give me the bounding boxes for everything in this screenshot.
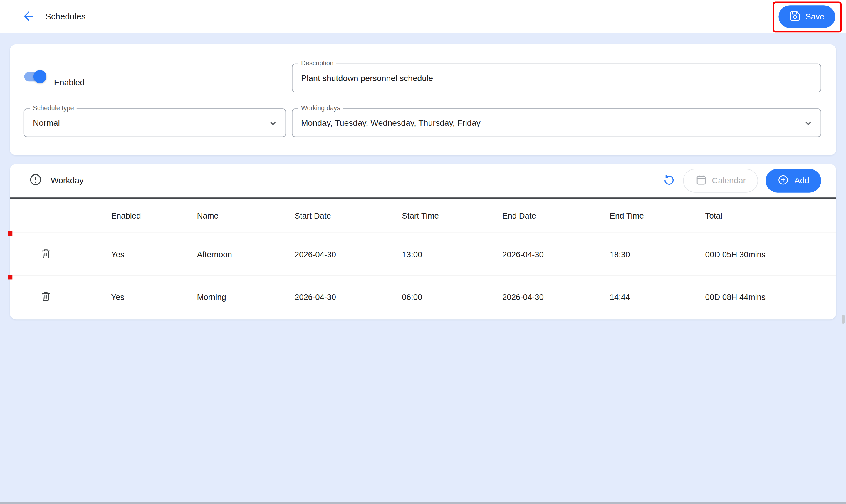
- page-bottom-edge: [0, 502, 846, 504]
- cell-name: Afternoon: [197, 249, 294, 258]
- annotation-row-marker: [8, 231, 13, 236]
- col-header-enabled: Enabled: [111, 211, 197, 220]
- table-row: Yes Morning 2026-04-30 06:00 2026-04-30 …: [10, 276, 836, 318]
- schedule-type-value: Normal: [33, 118, 60, 127]
- cell-enabled: Yes: [111, 249, 197, 258]
- workday-title-group: Workday: [29, 173, 662, 188]
- delete-row-button[interactable]: [40, 247, 53, 261]
- col-header-end-date: End Date: [502, 211, 610, 220]
- app-root: Schedules Save: [0, 0, 846, 504]
- col-header-start-time: Start Time: [402, 211, 502, 220]
- workday-toolbar: Workday: [10, 164, 836, 197]
- cell-start-time: 13:00: [402, 249, 502, 258]
- schedule-form-card: Enabled Description Schedule type Normal…: [10, 44, 836, 155]
- description-field-label: Description: [299, 59, 336, 67]
- calendar-icon: [695, 174, 707, 187]
- scrollbar-thumb[interactable]: [842, 315, 845, 324]
- main-content: Enabled Description Schedule type Normal…: [0, 34, 846, 319]
- delete-row-button[interactable]: [40, 290, 53, 304]
- save-area: Save: [778, 5, 835, 28]
- plus-circle-icon: [777, 174, 789, 187]
- working-days-value: Monday, Tuesday, Wednesday, Thursday, Fr…: [301, 118, 481, 127]
- page-title: Schedules: [45, 12, 86, 21]
- col-header-start-date: Start Date: [295, 211, 402, 220]
- cell-total: 00D 05H 30mins: [705, 249, 836, 258]
- top-bar-left: Schedules: [21, 9, 86, 24]
- description-input[interactable]: [301, 73, 797, 83]
- cell-name: Morning: [197, 292, 294, 302]
- calendar-button-label: Calendar: [712, 176, 746, 186]
- cell-end-date: 2026-04-30: [502, 292, 610, 302]
- save-button-label: Save: [806, 12, 825, 21]
- workday-table: Enabled Name Start Date Start Time End D…: [10, 199, 836, 318]
- cell-start-time: 06:00: [402, 292, 502, 302]
- trash-icon: [40, 290, 52, 304]
- workday-card: Workday: [10, 164, 836, 319]
- refresh-icon: [662, 174, 675, 188]
- calendar-button[interactable]: Calendar: [683, 169, 758, 193]
- enabled-toggle[interactable]: [24, 70, 47, 83]
- cell-end-time: 14:44: [610, 292, 705, 302]
- trash-icon: [40, 247, 52, 261]
- workday-actions: Calendar Add: [662, 169, 821, 193]
- schedule-type-label: Schedule type: [30, 104, 77, 112]
- table-row: Yes Afternoon 2026-04-30 13:00 2026-04-3…: [10, 233, 836, 275]
- workday-title: Workday: [51, 176, 84, 186]
- col-header-name: Name: [197, 211, 294, 220]
- description-field: Description: [292, 64, 821, 92]
- annotation-row-marker: [8, 275, 13, 280]
- cell-start-date: 2026-04-30: [295, 292, 402, 302]
- enabled-toggle-cell: Enabled: [24, 64, 286, 92]
- table-header-row: Enabled Name Start Date Start Time End D…: [10, 199, 836, 233]
- chevron-down-icon: [267, 117, 279, 129]
- cell-end-date: 2026-04-30: [502, 249, 610, 258]
- save-icon: [789, 10, 801, 23]
- col-header-end-time: End Time: [610, 211, 705, 220]
- working-days-label: Working days: [299, 104, 343, 112]
- toggle-thumb: [34, 70, 47, 83]
- exclamation-circle-icon: [29, 173, 42, 188]
- save-button[interactable]: Save: [778, 5, 835, 28]
- cell-enabled: Yes: [111, 292, 197, 302]
- add-button[interactable]: Add: [766, 169, 821, 193]
- enabled-label: Enabled: [54, 70, 85, 88]
- add-button-label: Add: [794, 176, 809, 186]
- chevron-down-icon: [802, 117, 814, 129]
- refresh-button[interactable]: [662, 174, 675, 188]
- cell-end-time: 18:30: [610, 249, 705, 258]
- back-button[interactable]: [21, 9, 36, 24]
- cell-start-date: 2026-04-30: [295, 249, 402, 258]
- working-days-select[interactable]: Working days Monday, Tuesday, Wednesday,…: [292, 108, 821, 137]
- col-header-total: Total: [705, 211, 836, 220]
- top-bar: Schedules Save: [0, 0, 846, 34]
- arrow-left-icon: [21, 9, 36, 24]
- cell-total: 00D 08H 44mins: [705, 292, 836, 302]
- schedule-type-select[interactable]: Schedule type Normal: [24, 108, 286, 137]
